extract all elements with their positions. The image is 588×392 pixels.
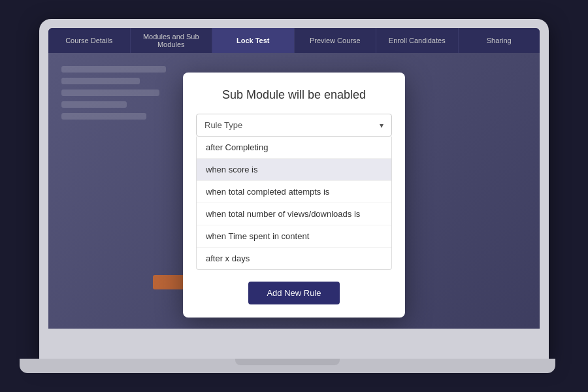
dropdown-option-3[interactable]: when total number of views/downloads is bbox=[197, 203, 391, 225]
screen-content: Sub Module will be enabled Rule Type ▾ a… bbox=[48, 53, 540, 329]
dropdown-option-2[interactable]: when total completed attempts is bbox=[197, 181, 391, 203]
modal-dialog: Sub Module will be enabled Rule Type ▾ a… bbox=[183, 73, 405, 318]
nav-item-modules[interactable]: Modules and Sub Modules bbox=[131, 28, 213, 53]
nav-bar: Course Details Modules and Sub Modules L… bbox=[48, 28, 540, 53]
bg-row bbox=[61, 113, 146, 120]
dropdown-option-4[interactable]: when Time spent in content bbox=[197, 225, 391, 248]
laptop-wrapper: Course Details Modules and Sub Modules L… bbox=[33, 19, 555, 373]
rule-type-dropdown[interactable]: Rule Type ▾ bbox=[196, 114, 392, 137]
dropdown-option-0[interactable]: after Completing bbox=[197, 137, 391, 159]
nav-item-sharing[interactable]: Sharing bbox=[459, 28, 540, 53]
bg-rows bbox=[61, 66, 192, 125]
dropdown-placeholder: Rule Type bbox=[204, 120, 242, 130]
nav-item-preview[interactable]: Preview Course bbox=[295, 28, 377, 53]
laptop-screen: Course Details Modules and Sub Modules L… bbox=[48, 28, 540, 329]
chevron-down-icon: ▾ bbox=[380, 121, 384, 130]
bg-row bbox=[61, 101, 127, 108]
bg-row bbox=[61, 66, 166, 73]
laptop-outer: Course Details Modules and Sub Modules L… bbox=[39, 19, 549, 359]
dropdown-list: after Completing when score is when tota… bbox=[196, 137, 392, 270]
laptop-base bbox=[20, 359, 555, 373]
bg-row bbox=[61, 90, 159, 96]
dropdown-option-1[interactable]: when score is bbox=[197, 159, 391, 181]
nav-item-lock-test[interactable]: Lock Test bbox=[212, 28, 295, 53]
nav-item-enroll[interactable]: Enroll Candidates bbox=[376, 28, 459, 53]
modal-title: Sub Module will be enabled bbox=[196, 88, 392, 102]
add-new-rule-button[interactable]: Add New Rule bbox=[248, 282, 340, 304]
dropdown-option-5[interactable]: after x days bbox=[197, 248, 391, 269]
nav-item-course-details[interactable]: Course Details bbox=[48, 28, 131, 53]
bg-row bbox=[61, 78, 140, 84]
